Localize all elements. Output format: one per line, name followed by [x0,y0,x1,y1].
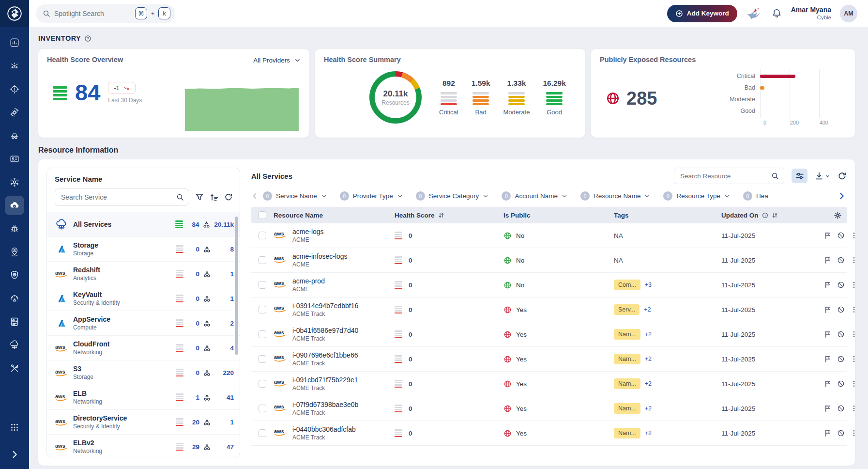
help-icon[interactable] [84,35,91,42]
sidebar-item-tools[interactable] [5,359,24,378]
row-checkbox[interactable] [259,380,266,388]
service-list-scrollbar[interactable] [235,217,238,355]
row-checkbox[interactable] [259,281,266,289]
sidebar-item-gear-sync[interactable] [5,103,24,122]
tags-more-count[interactable]: +2 [645,405,652,412]
tag-chip[interactable]: Nam... [614,403,640,414]
refresh-icon[interactable] [838,172,847,181]
flag-icon[interactable] [824,256,832,264]
flag-icon[interactable] [824,330,832,338]
column-updated-on[interactable]: Updated On [721,212,824,219]
spotlight-search-input[interactable] [54,10,131,17]
filter-chip-resource-name[interactable]: 0Resource Name [580,191,651,201]
kebab-menu-icon[interactable] [850,355,858,363]
sidebar-item-dashboard[interactable] [5,33,24,52]
tags-more-count[interactable]: +2 [645,356,652,362]
kebab-menu-icon[interactable] [850,256,858,264]
column-is-public[interactable]: Is Public [503,212,614,219]
sidebar-item-bug[interactable] [5,219,24,238]
chips-scroll-right-icon[interactable] [838,192,846,200]
resource-search-box[interactable] [674,168,784,184]
row-checkbox[interactable] [259,429,266,437]
table-filters-toggle-button[interactable] [792,169,807,183]
sort-icon[interactable] [438,212,444,219]
row-checkbox[interactable] [259,405,266,412]
ban-icon[interactable] [837,256,845,264]
service-list-item-keyvault[interactable]: KeyVaultSecurity & Identity01 [47,286,240,311]
sidebar-item-shield-globe[interactable] [5,266,24,285]
ban-icon[interactable] [837,429,845,437]
row-checkbox[interactable] [259,306,266,313]
flag-icon[interactable] [824,306,832,313]
sidebar-item-incognito[interactable] [5,126,24,145]
flag-icon[interactable] [824,405,832,412]
sidebar-apps-grid[interactable] [5,418,24,437]
filter-chip-service-name[interactable]: 0Service Name [263,191,327,201]
ban-icon[interactable] [837,380,845,388]
tag-chip[interactable]: Nam... [614,354,640,364]
refresh-icon[interactable] [224,193,233,202]
sidebar-item-gauge-alert[interactable] [5,289,24,308]
chips-scroll-left-icon[interactable] [251,192,259,200]
app-logo[interactable] [0,0,29,27]
kebab-menu-icon[interactable] [850,232,858,239]
tags-more-count[interactable]: +2 [645,430,652,437]
info-icon[interactable] [762,212,768,219]
table-row[interactable]: awsacme-prodACME0NoCom...+311-Jul-2025 [251,273,847,297]
table-row[interactable]: awsi-0440bbc306adfcfabACME Track0YesNam.… [251,421,847,446]
row-checkbox[interactable] [259,256,266,264]
service-list-item-cloudfront[interactable]: awsCloudFrontNetworking04 [47,336,240,360]
ban-icon[interactable] [837,330,845,338]
sort-icon[interactable] [772,212,778,219]
flag-icon[interactable] [824,281,832,289]
service-list-item-appservice[interactable]: AppServiceCompute02 [47,311,240,336]
table-row[interactable]: awsi-03914e94b7edbbf16ACME Track0YesServ… [251,297,847,322]
tags-more-count[interactable]: +2 [644,306,651,313]
table-row[interactable]: awsi-091cbd71f75b229e1ACME Track0YesNam.… [251,372,847,396]
row-checkbox[interactable] [259,355,266,363]
filter-chip-service-category[interactable]: 0Service Category [416,191,489,201]
service-search-input[interactable] [61,193,176,201]
sidebar-item-cloud-shield[interactable] [5,196,24,215]
provider-filter-dropdown[interactable]: All Providers [253,57,301,64]
user-info[interactable]: Amar Myana Cyble [791,5,831,21]
service-search-box[interactable] [55,188,189,206]
filter-chip-provider-type[interactable]: 0Provider Type [340,191,403,201]
sidebar-item-siren[interactable] [5,56,24,76]
flag-icon[interactable] [824,355,832,363]
sidebar-item-network-nodes[interactable] [5,172,24,192]
ban-icon[interactable] [837,405,845,412]
service-list-item-elbv2[interactable]: awsELBv2Networking2947 [47,435,240,457]
table-row[interactable]: awsacme-logsACME0NoNA11-Jul-2025 [251,223,847,248]
resource-search-input[interactable] [680,172,771,180]
row-checkbox[interactable] [259,232,266,239]
tags-more-count[interactable]: +3 [645,281,652,288]
kebab-menu-icon[interactable] [850,380,858,388]
flag-icon[interactable] [824,380,832,388]
tag-chip[interactable]: Nam... [614,428,640,438]
tags-more-count[interactable]: +2 [645,380,652,387]
table-row[interactable]: awsi-0b41f6586e97d7d40ACME Track0YesNam.… [251,322,847,347]
tag-chip[interactable]: Nam... [614,329,640,340]
ban-icon[interactable] [837,306,845,313]
column-health-score[interactable]: Health Score [395,212,503,219]
sidebar-item-location-person[interactable] [5,242,24,262]
avatar[interactable]: AM [840,5,857,22]
service-list-item-storage[interactable]: StorageStorage08 [47,237,240,262]
service-list-item-redshift[interactable]: awsRedshiftAnalytics01 [47,262,240,286]
column-resource-name[interactable]: Resource Name [274,212,395,219]
spotlight-search[interactable]: ⌘ + k [36,4,175,23]
table-row[interactable]: awsi-07f9d67398bae3e0bACME Track0YesNam.… [251,396,847,421]
sidebar-item-cloud-network[interactable] [5,335,24,355]
sidebar-item-report[interactable] [5,312,24,331]
table-row[interactable]: awsi-0907696e6cf1bbe66ACME Track0YesNam.… [251,347,847,372]
service-list-item-s3[interactable]: awsS3Storage0220 [47,360,240,385]
kebab-menu-icon[interactable] [850,330,858,338]
service-list-item-elb[interactable]: awsELBNetworking141 [47,385,240,410]
sidebar-chevron-right[interactable] [5,445,24,464]
ban-icon[interactable] [837,355,845,363]
filter-chip-account-name[interactable]: 0Account Name [502,191,567,201]
filter-chip-resource-type[interactable]: 0Resource Type [663,191,730,201]
row-checkbox[interactable] [259,330,266,338]
add-keyword-button[interactable]: Add Keyword [667,5,737,22]
